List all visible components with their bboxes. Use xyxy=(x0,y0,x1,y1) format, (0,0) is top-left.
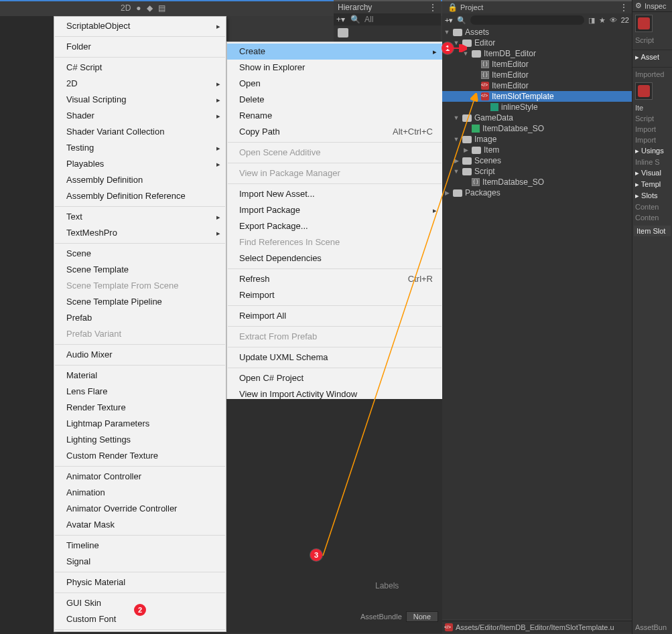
project-search-input[interactable] xyxy=(470,15,584,25)
tree-item-label: ItemDatabse_SO xyxy=(482,124,544,133)
project-tree-row[interactable]: ▼ItemDB_Editor xyxy=(442,48,632,59)
inspector-header[interactable]: ⚙ Inspec xyxy=(632,0,672,12)
menu1-item[interactable]: Render Texture xyxy=(54,400,226,416)
search-icon[interactable]: 🔍 xyxy=(350,15,360,24)
menu-separator xyxy=(55,243,225,244)
menu-separator xyxy=(55,36,225,37)
menu1-item[interactable]: C# Script xyxy=(54,60,226,76)
menu1-item[interactable]: Avatar Mask xyxy=(54,517,226,533)
menu1-item[interactable]: ScriptableObject xyxy=(54,18,226,34)
menu1-item[interactable]: Folder xyxy=(54,39,226,55)
menu-separator xyxy=(55,466,225,467)
project-tree-row[interactable]: ItemEditor xyxy=(442,70,632,80)
menu1-item[interactable]: Lens Flare xyxy=(54,384,226,400)
template-section[interactable]: ▸ Templ xyxy=(632,179,672,190)
menu1-item[interactable]: Custom Render Texture xyxy=(54,448,226,464)
import-row: Import xyxy=(632,124,672,135)
project-tree-row[interactable]: ▼Assets xyxy=(442,27,632,37)
hierarchy-filter-all[interactable]: All xyxy=(364,15,373,24)
menu1-item[interactable]: TextMeshPro xyxy=(54,225,226,241)
menu2-item[interactable]: Open xyxy=(227,76,442,92)
search-icon[interactable]: 🔍 xyxy=(457,16,466,25)
project-panel-header[interactable]: 🔒 Project ⋮ xyxy=(442,0,632,13)
project-tree-row[interactable]: ItemEditor xyxy=(442,59,632,70)
item-slot-header: Item Slot xyxy=(634,226,671,236)
folder-icon[interactable] xyxy=(338,28,348,37)
left-gutter xyxy=(0,16,54,634)
visibility-icon[interactable]: 👁 xyxy=(610,16,617,24)
add-icon[interactable]: +▾ xyxy=(445,16,453,25)
visual-tree-section[interactable]: ▸ Visual xyxy=(632,167,672,179)
menu1-item[interactable]: Shader Variant Collection xyxy=(54,124,226,140)
panel-menu-icon[interactable]: ⋮ xyxy=(620,3,628,12)
menu1-item[interactable]: Scene Template Pipeline xyxy=(54,294,226,310)
filter-icon[interactable]: ◨ xyxy=(588,16,595,25)
menu1-item[interactable]: Shader xyxy=(54,108,226,124)
menu1-item[interactable]: Lightmap Parameters xyxy=(54,416,226,432)
slots-section[interactable]: ▸ Slots xyxy=(632,190,672,202)
menu1-item[interactable]: Signal xyxy=(54,554,226,570)
tool-icon[interactable]: ◆ xyxy=(147,3,153,13)
panel-menu-icon[interactable]: ⋮ xyxy=(429,3,437,12)
lock-icon[interactable]: 🔒 xyxy=(448,3,458,12)
hierarchy-search-row: +▾ 🔍 All xyxy=(334,13,441,25)
imported-object-header: Imported xyxy=(632,67,672,80)
menu1-item[interactable]: Scene xyxy=(54,246,226,262)
menu1-item[interactable]: Physic Material xyxy=(54,574,226,590)
menu1-item[interactable]: Animator Controller xyxy=(54,469,226,485)
assetbundle-dropdown[interactable]: None xyxy=(406,611,438,622)
tool-icon[interactable]: ● xyxy=(136,3,141,13)
menu-separator xyxy=(55,365,225,366)
menu2-item[interactable]: Show in Explorer xyxy=(227,60,442,76)
asset-section[interactable]: ▸ Asset xyxy=(632,50,672,63)
hierarchy-title: Hierarchy xyxy=(338,3,372,12)
uxml-icon xyxy=(445,623,453,631)
project-footer-path: Assets/Editor/ItemDB_Editor/ItemSlotTemp… xyxy=(442,621,632,633)
callout-badge-2: 2 xyxy=(134,604,146,616)
content-row: Conten xyxy=(632,212,672,223)
menu1-item[interactable]: Timeline xyxy=(54,538,226,554)
menu1-item[interactable]: Testing xyxy=(54,140,226,156)
uxml-icon xyxy=(638,17,650,29)
menu1-item[interactable]: Visual Scripting xyxy=(54,92,226,108)
uss-icon xyxy=(490,103,498,111)
import-row: Import xyxy=(632,135,672,145)
menu1-item[interactable]: Playables xyxy=(54,156,226,172)
settings-icon[interactable]: ⚙ xyxy=(635,1,642,10)
tool-icon[interactable]: ▤ xyxy=(158,3,165,13)
project-tree-row[interactable]: ▼Editor xyxy=(442,37,632,48)
menu1-item[interactable]: Animator Override Controller xyxy=(54,501,226,517)
menu-separator xyxy=(55,535,225,536)
menu-separator xyxy=(55,206,225,207)
menu1-item[interactable]: Assembly Definition Reference xyxy=(54,188,226,204)
tree-item-label: ItemEditor xyxy=(492,70,529,80)
disclosure-triangle-icon[interactable]: ▼ xyxy=(444,29,450,35)
menu1-item[interactable]: Text xyxy=(54,209,226,225)
add-icon[interactable]: +▾ xyxy=(336,15,345,24)
tree-item-label: ItemEditor xyxy=(492,81,529,90)
script-icon xyxy=(481,60,489,68)
callout-arrow-3-to-file xyxy=(303,92,490,561)
tree-item-label: inlineStyle xyxy=(501,102,538,112)
menu1-item[interactable]: Material xyxy=(54,368,226,384)
hierarchy-panel-header[interactable]: Hierarchy ⋮ xyxy=(334,0,441,13)
script-icon xyxy=(481,71,489,79)
menu1-item[interactable]: 2D xyxy=(54,76,226,92)
menu1-item[interactable]: Scene Template xyxy=(54,262,226,278)
project-search-row: +▾ 🔍 ◨ ★ 👁 22 xyxy=(442,13,632,27)
project-tree-row[interactable]: ItemEditor xyxy=(442,80,632,91)
menu1-item[interactable]: Audio Mixer xyxy=(54,347,226,363)
menu1-item[interactable]: Prefab xyxy=(54,310,226,326)
menu2-item[interactable]: Create xyxy=(227,44,442,60)
tree-item-label: Editor xyxy=(474,38,495,48)
callout-arrow-1 xyxy=(443,40,470,54)
usings-section[interactable]: ▸ Usings xyxy=(632,145,672,157)
tool-icon[interactable]: 2D xyxy=(121,3,131,13)
favorite-icon[interactable]: ★ xyxy=(599,16,606,25)
menu1-item[interactable]: Animation xyxy=(54,485,226,501)
scene-toolbar-icons: 2D ● ◆ ▤ xyxy=(121,3,165,13)
menu1-item[interactable]: Lighting Settings xyxy=(54,432,226,448)
menu1-item[interactable]: Assembly Definition xyxy=(54,172,226,188)
content-row: Conten xyxy=(632,202,672,212)
asset-main-icon xyxy=(635,15,653,32)
